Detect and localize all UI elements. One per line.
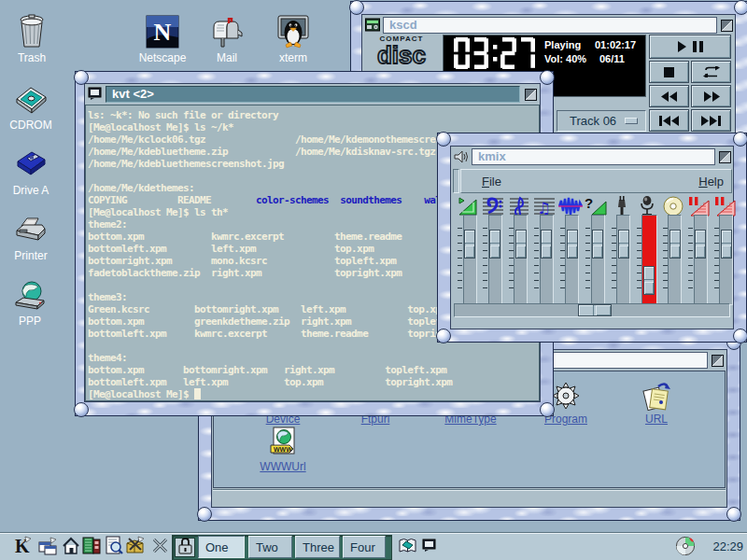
kmix-channel-synth[interactable]: ♫	[531, 195, 557, 309]
menubar-grip[interactable]	[453, 169, 459, 193]
kmix-channel-pcm[interactable]	[557, 195, 583, 309]
kmix-channel-cd[interactable]	[660, 195, 685, 309]
slider-handle[interactable]	[721, 230, 732, 259]
taskbar-toolbox-button[interactable]	[80, 537, 103, 558]
rewind-button[interactable]	[649, 85, 689, 107]
menu-file[interactable]: File	[476, 175, 507, 189]
taskbar-lock-button[interactable]	[175, 538, 195, 557]
desktop-icon-cdrom[interactable]: CDROM	[1, 80, 61, 132]
slider-handle[interactable]	[643, 266, 655, 295]
kmix-titlebar[interactable]: kmix	[472, 148, 715, 165]
slider-handle[interactable]	[669, 230, 681, 259]
kmix-channel-alt2[interactable]	[712, 195, 737, 309]
speaker-icon[interactable]	[454, 149, 469, 164]
next-track-button[interactable]	[691, 109, 731, 132]
file-icon-label: URL	[645, 413, 668, 426]
desktop-icon-drive-a[interactable]: Drive A	[1, 146, 61, 197]
url-icon	[640, 379, 673, 411]
lcd-volume: Vol: 40%	[544, 53, 586, 64]
slider-handle[interactable]	[618, 230, 629, 259]
logo-line-disc: disc	[366, 43, 437, 67]
mailbox-icon	[210, 13, 245, 49]
slider-handle[interactable]	[489, 230, 500, 259]
slider-trough[interactable]	[591, 215, 605, 305]
slider-ticks	[458, 228, 462, 293]
desktop-button-two[interactable]: Two	[248, 536, 292, 558]
slider-handle[interactable]	[592, 230, 603, 259]
file-icon-wwwurl[interactable]: WWWWWWUrl	[246, 427, 320, 473]
desktop-icon-trash[interactable]: Trash	[2, 13, 62, 64]
taskbar-find-button[interactable]	[103, 537, 125, 558]
maximize-button[interactable]	[721, 20, 733, 32]
slider-trough[interactable]	[694, 215, 708, 305]
kmix-channel-alt1[interactable]	[685, 195, 711, 309]
window-corner-knob	[540, 402, 555, 417]
desktop-button-label: Three	[303, 540, 334, 554]
gear-icon	[551, 379, 581, 411]
taskbar-utilities-button[interactable]	[123, 537, 146, 558]
taskbar-kvt-launcher-button[interactable]	[419, 537, 438, 558]
kmix-hscrollbar[interactable]	[454, 303, 730, 317]
slider-trough[interactable]	[719, 215, 733, 305]
desktop-icon-mail[interactable]: Mail	[197, 13, 257, 64]
kmix-channel-unknown[interactable]: ?	[583, 195, 608, 309]
kscd-titlebar[interactable]: kscd	[383, 17, 717, 34]
desktop-button-four[interactable]: Four	[343, 536, 386, 558]
desktop-icon-printer[interactable]: Printer	[1, 211, 61, 262]
panel-grip[interactable]	[2, 537, 8, 558]
slider-handle[interactable]	[541, 230, 552, 259]
slider-ticks	[663, 228, 668, 293]
desktop-button-one[interactable]: One	[198, 536, 245, 558]
fast-forward-button[interactable]	[691, 85, 731, 107]
kmix-channel-line[interactable]	[609, 195, 634, 309]
taskbar-k-menu-button[interactable]: K	[12, 537, 35, 558]
taskbar-window-list-button[interactable]	[36, 537, 59, 558]
maximize-button[interactable]	[712, 355, 724, 367]
slider-ticks	[534, 228, 539, 293]
prev-track-button[interactable]	[649, 109, 689, 132]
maximize-button[interactable]	[719, 151, 731, 163]
slider-trough[interactable]	[514, 215, 528, 305]
loop-button[interactable]	[691, 61, 731, 83]
stop-button[interactable]	[649, 61, 689, 83]
slider-handle[interactable]	[695, 230, 706, 259]
terminal-icon[interactable]	[88, 87, 103, 102]
slider-handle[interactable]	[567, 230, 578, 259]
track-selector[interactable]: Track 06	[557, 110, 646, 132]
kmix-frame: kmix File Help ♫ ?	[450, 146, 734, 329]
kmix-hscroll-handle[interactable]	[578, 304, 612, 316]
slider-trough[interactable]	[463, 215, 477, 305]
kmix-channel-mic[interactable]	[634, 195, 659, 309]
taskbar-kill-button[interactable]	[148, 537, 171, 558]
slider-trough[interactable]	[616, 215, 630, 305]
desktop-icon-xterm[interactable]: xterm	[263, 13, 323, 64]
slider-trough[interactable]	[488, 215, 502, 305]
desktop-icon-netscape[interactable]: NNetscape	[133, 13, 192, 64]
kmix-channel-treble[interactable]	[506, 195, 531, 309]
kmix-channel-volume[interactable]	[455, 195, 480, 309]
kmix-channel-bass[interactable]	[480, 195, 505, 309]
disc-icon	[675, 536, 696, 560]
file-icon-url[interactable]: URL	[619, 379, 694, 426]
taskbar-kdehelp-button[interactable]	[398, 537, 416, 558]
slider-trough[interactable]	[668, 215, 682, 305]
desktop-icon-ppp[interactable]: PPP	[0, 276, 60, 328]
tray-kscd-tray[interactable]	[674, 537, 697, 558]
menu-help[interactable]: Help	[693, 175, 729, 189]
play-pause-button[interactable]	[649, 35, 731, 59]
lcd-time-digits	[454, 37, 538, 69]
desktop-button-three[interactable]: Three	[295, 536, 340, 558]
slider-trough[interactable]	[540, 215, 554, 305]
desktop: { "desktop": { "icons": [ {"id":"trash",…	[0, 0, 747, 560]
cdrom-icon	[14, 80, 48, 116]
slider-handle[interactable]	[515, 230, 527, 259]
slider-handle[interactable]	[464, 230, 475, 259]
toolbox-icon	[81, 536, 102, 559]
kvt-titlebar[interactable]: kvt <2>	[106, 86, 520, 103]
maximize-button[interactable]	[525, 89, 537, 101]
taskbar-home-button[interactable]	[60, 537, 82, 558]
wwwurl-icon: WWW	[267, 427, 299, 458]
window-list-icon	[37, 537, 58, 559]
cd-player-icon[interactable]	[365, 18, 380, 33]
slider-trough[interactable]	[565, 215, 579, 305]
